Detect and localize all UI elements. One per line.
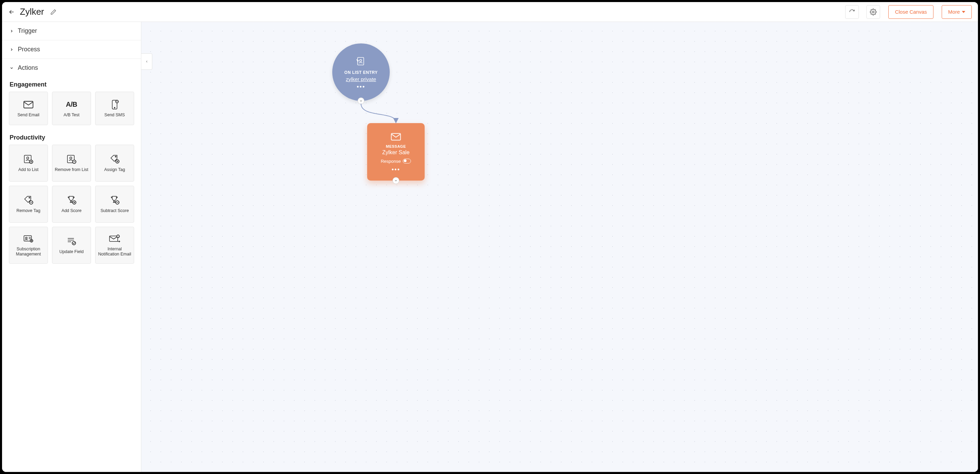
gear-icon xyxy=(870,8,877,15)
tile-internal-notification-email[interactable]: 1 Internal Notification Email xyxy=(95,227,134,264)
update-field-icon xyxy=(66,236,76,247)
envelope-icon xyxy=(23,100,33,110)
sidebar-collapse-handle[interactable] xyxy=(141,53,152,70)
group-engagement-title: Engagement xyxy=(2,77,141,92)
message-value: Zylker Sale xyxy=(382,149,410,155)
chevron-right-icon xyxy=(10,29,14,33)
chevron-down-icon xyxy=(10,66,14,70)
tile-label: A/B Test xyxy=(64,113,80,118)
connector-knob[interactable] xyxy=(358,97,364,104)
ab-test-icon: A/B xyxy=(66,100,77,110)
phone-sms-icon xyxy=(111,100,119,110)
tile-send-sms[interactable]: Send SMS xyxy=(95,92,134,125)
tile-send-email[interactable]: Send Email xyxy=(9,92,48,125)
trigger-type-label: ON LIST ENTRY xyxy=(344,70,377,75)
group-productivity-title: Productivity xyxy=(2,130,141,145)
svg-rect-31 xyxy=(110,236,118,241)
tile-label: Send SMS xyxy=(104,113,125,118)
node-menu-icon[interactable]: ••• xyxy=(392,168,400,171)
workflow-canvas[interactable]: ON LIST ENTRY zylker private ••• xyxy=(141,22,978,472)
list-entry-icon xyxy=(356,56,366,68)
node-menu-icon[interactable]: ••• xyxy=(357,86,366,88)
section-trigger[interactable]: Trigger xyxy=(2,22,141,40)
svg-point-25 xyxy=(25,237,27,239)
tile-label: Subtract Score xyxy=(100,208,129,213)
svg-point-17 xyxy=(29,197,30,198)
tile-remove-from-list[interactable]: Remove from List xyxy=(52,145,91,182)
chevron-left-icon xyxy=(145,59,148,64)
chevron-right-icon xyxy=(10,48,14,52)
workflow-title: Zylker xyxy=(20,6,44,17)
tag-remove-icon xyxy=(23,195,33,206)
close-canvas-button[interactable]: Close Canvas xyxy=(888,5,933,19)
message-node[interactable]: MESSAGE Zylker Sale Response ••• xyxy=(367,123,425,181)
section-actions-label: Actions xyxy=(18,64,38,71)
message-type-label: MESSAGE xyxy=(386,144,406,148)
list-remove-icon xyxy=(66,154,76,165)
edit-icon[interactable] xyxy=(50,9,56,15)
svg-point-3 xyxy=(114,107,115,108)
back-arrow-icon[interactable] xyxy=(8,8,15,15)
tile-label: Update Field xyxy=(60,249,84,254)
close-canvas-label: Close Canvas xyxy=(895,9,927,15)
connector-knob[interactable] xyxy=(393,177,399,184)
actions-sidebar: Trigger Process Actions Engagement xyxy=(2,22,141,472)
trophy-subtract-icon xyxy=(110,195,120,206)
section-actions[interactable]: Actions xyxy=(2,59,141,77)
more-button[interactable]: More xyxy=(942,5,972,19)
svg-point-0 xyxy=(873,11,874,13)
response-toggle[interactable] xyxy=(403,159,411,163)
tile-subscription-management[interactable]: Subscription Management xyxy=(9,227,48,264)
refresh-button[interactable] xyxy=(845,5,859,19)
chevron-down-icon xyxy=(359,99,363,103)
tile-label: Remove Tag xyxy=(16,208,40,213)
tile-label: Add to List xyxy=(18,167,38,172)
trigger-value[interactable]: zylker private xyxy=(346,76,376,82)
tile-update-field[interactable]: Update Field xyxy=(52,227,91,264)
response-label: Response xyxy=(381,159,401,164)
section-process[interactable]: Process xyxy=(2,40,141,59)
svg-rect-37 xyxy=(391,133,401,140)
envelope-icon xyxy=(391,133,401,142)
section-trigger-label: Trigger xyxy=(18,27,37,35)
refresh-icon xyxy=(849,9,855,15)
svg-rect-1 xyxy=(24,101,33,108)
svg-point-7 xyxy=(27,157,29,159)
subscription-icon xyxy=(23,234,33,244)
tag-add-icon xyxy=(110,154,120,165)
trigger-node[interactable]: ON LIST ENTRY zylker private ••• xyxy=(332,43,390,101)
settings-button[interactable] xyxy=(866,5,880,19)
tile-remove-tag[interactable]: Remove Tag xyxy=(9,186,48,223)
svg-point-14 xyxy=(115,156,116,157)
tile-label: Subscription Management xyxy=(11,247,46,257)
tile-label: Assign Tag xyxy=(104,167,125,172)
tile-assign-tag[interactable]: Assign Tag xyxy=(95,145,134,182)
tile-label: Add Score xyxy=(62,208,81,213)
tile-add-score[interactable]: Add Score xyxy=(52,186,91,223)
svg-point-11 xyxy=(70,157,72,159)
list-add-icon xyxy=(23,154,33,165)
more-label: More xyxy=(948,9,960,15)
tile-label: Internal Notification Email xyxy=(97,247,132,257)
section-process-label: Process xyxy=(18,46,40,53)
chevron-down-icon xyxy=(962,11,965,13)
tile-label: Send Email xyxy=(18,113,39,118)
svg-point-36 xyxy=(360,60,362,62)
tile-label: Remove from List xyxy=(55,167,88,172)
trophy-add-icon xyxy=(66,195,76,206)
notification-email-icon: 1 xyxy=(109,234,121,244)
chevron-down-icon xyxy=(394,179,398,182)
app-header: Zylker Close Canvas More xyxy=(2,2,978,22)
tile-add-to-list[interactable]: Add to List xyxy=(9,145,48,182)
tile-ab-test[interactable]: A/B A/B Test xyxy=(52,92,91,125)
tile-subtract-score[interactable]: Subtract Score xyxy=(95,186,134,223)
